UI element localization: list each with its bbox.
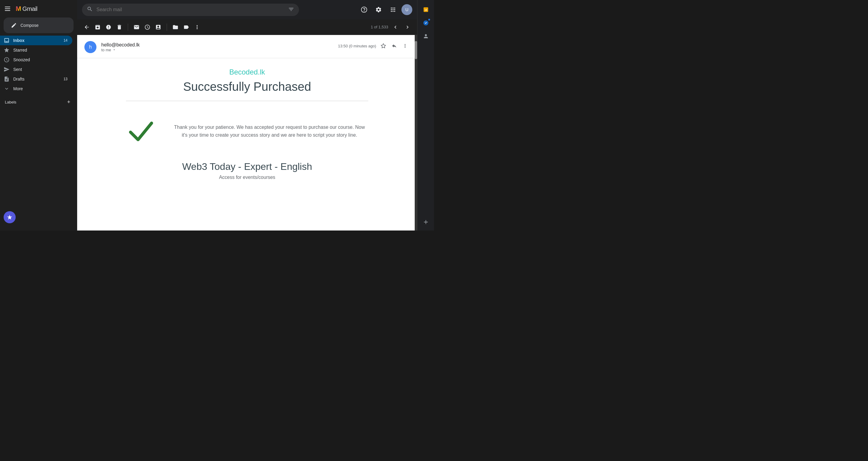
main-content: U [77, 0, 417, 231]
sidebar: M Gmail Compose Inbox 14 Starred Snoozed… [0, 0, 77, 231]
toolbar-right: 1 of 1,533 [371, 22, 412, 32]
labels-title: Labels [5, 100, 16, 105]
svg-text:15: 15 [424, 9, 427, 11]
back-button[interactable] [82, 22, 92, 32]
search-container [82, 4, 299, 16]
email-message-header: h hello@becoded.lk to me 13:50 (0 minute… [77, 35, 417, 58]
drafts-label: Drafts [13, 77, 60, 82]
more-email-options-button[interactable] [400, 41, 410, 51]
search-filter-icon[interactable] [288, 6, 294, 13]
settings-button[interactable] [373, 4, 384, 16]
snoozed-label: Snoozed [13, 57, 67, 62]
gmail-logo-icon: M [16, 5, 21, 13]
apps-button[interactable] [387, 4, 399, 16]
star-icon [4, 47, 10, 53]
sidebar-item-drafts[interactable]: Drafts 13 [0, 74, 72, 84]
inbox-label: Inbox [13, 38, 60, 43]
sidebar-item-sent[interactable]: Sent [0, 64, 72, 74]
clock-icon [4, 57, 10, 63]
checkmark-container [126, 116, 156, 147]
svg-marker-2 [381, 44, 386, 48]
archive-button[interactable] [93, 22, 102, 32]
mark-unread-button[interactable] [132, 22, 141, 32]
sender-avatar: h [84, 41, 96, 53]
chevron-down-icon [4, 86, 10, 92]
sender-details: hello@becoded.lk to me [101, 42, 140, 52]
sender-to[interactable]: to me [101, 48, 140, 52]
inbox-badge: 14 [64, 38, 67, 42]
starred-label: Starred [13, 48, 67, 53]
email-course-title: Web3 Today - Expert - English [126, 161, 368, 172]
star-email-button[interactable] [378, 41, 388, 51]
email-body: Becoded.lk Successfully Purchased Thank … [112, 58, 383, 190]
add-panel-button[interactable] [420, 216, 432, 228]
sidebar-item-starred[interactable]: Starred [0, 45, 72, 55]
contacts-panel-button[interactable] [420, 30, 432, 42]
search-icon [87, 6, 93, 13]
topbar-right: U [358, 4, 412, 16]
next-email-button[interactable] [403, 22, 412, 32]
more-options-button[interactable] [192, 22, 202, 32]
vertical-scrollbar[interactable] [415, 35, 417, 231]
gmail-logo: M Gmail [16, 5, 37, 13]
inbox-icon [4, 37, 10, 44]
draft-icon [4, 76, 10, 82]
more-label: More [13, 86, 67, 91]
drafts-badge: 13 [64, 77, 67, 81]
delete-button[interactable] [115, 22, 124, 32]
success-checkmark-icon [126, 116, 156, 146]
email-body-text: Thank you for your patience. We has acce… [170, 123, 368, 139]
to-label: to me [101, 48, 111, 52]
label-button[interactable] [181, 22, 191, 32]
compose-button[interactable]: Compose [4, 18, 73, 33]
toolbar-separator [128, 24, 128, 31]
svg-rect-4 [424, 7, 428, 9]
scrollbar-thumb[interactable] [415, 41, 417, 59]
email-course-subtitle: Access for events/courses [126, 175, 368, 180]
help-button[interactable] [358, 4, 370, 16]
snooze-button[interactable] [143, 22, 152, 32]
report-spam-button[interactable] [104, 22, 113, 32]
search-input[interactable] [96, 7, 284, 12]
prev-email-button[interactable] [391, 22, 400, 32]
email-toolbar: 1 of 1,533 [77, 19, 417, 35]
toolbar-separator-2 [167, 24, 167, 31]
email-meta-right: 13:50 (0 minutes ago) [338, 41, 410, 51]
labels-add-button[interactable]: + [65, 98, 72, 106]
email-content[interactable]: h hello@becoded.lk to me 13:50 (0 minute… [77, 35, 417, 231]
sent-label: Sent [13, 67, 67, 72]
email-wrapper: h hello@becoded.lk to me 13:50 (0 minute… [77, 35, 417, 231]
sender-email: hello@becoded.lk [101, 42, 140, 48]
calendar-panel-button[interactable]: 15 [420, 4, 432, 16]
compose-pencil-icon [11, 22, 17, 28]
toolbar-left [82, 22, 202, 32]
sidebar-item-more[interactable]: More [0, 84, 72, 93]
meet-widget-button[interactable] [4, 211, 16, 223]
sidebar-header: M Gmail [0, 2, 77, 18]
tasks-badge-dot [428, 18, 431, 21]
right-sidebar: 15 [417, 0, 434, 231]
email-main-section: Thank you for your patience. We has acce… [126, 116, 368, 147]
avatar[interactable]: U [401, 4, 412, 15]
expand-recipients-icon [113, 48, 116, 52]
sender-info: h hello@becoded.lk to me [84, 41, 140, 53]
hamburger-menu-button[interactable] [5, 5, 12, 12]
send-icon [4, 66, 10, 73]
email-brand-name: Becoded.lk [126, 68, 368, 76]
sidebar-item-snoozed[interactable]: Snoozed [0, 55, 72, 64]
compose-label: Compose [21, 23, 38, 28]
sidebar-item-inbox[interactable]: Inbox 14 [0, 36, 72, 45]
add-task-button[interactable] [153, 22, 163, 32]
sparkle-icon [7, 214, 13, 220]
topbar: U [77, 0, 417, 19]
email-timestamp: 13:50 (0 minutes ago) [338, 44, 376, 48]
email-scroll-container: h hello@becoded.lk to me 13:50 (0 minute… [77, 35, 417, 231]
email-action-icons [378, 41, 410, 51]
email-title: Successfully Purchased [126, 80, 368, 93]
labels-section: Labels + [0, 93, 77, 108]
reply-button[interactable] [390, 41, 399, 51]
move-to-button[interactable] [170, 22, 180, 32]
pagination-text: 1 of 1,533 [371, 25, 388, 29]
email-divider [126, 101, 368, 101]
tasks-panel-button[interactable] [420, 17, 432, 29]
